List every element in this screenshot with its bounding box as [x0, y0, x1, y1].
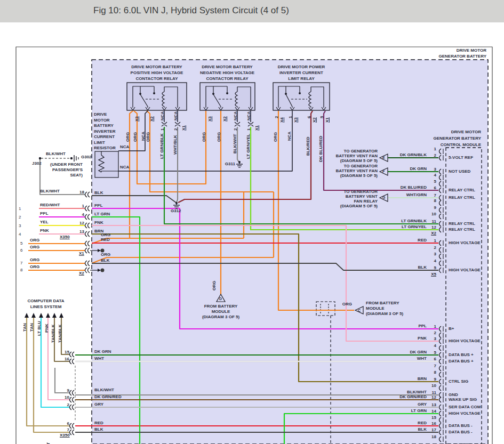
connector-cup-icon	[88, 248, 90, 253]
connector-cup-icon	[73, 423, 75, 429]
data-line-arrow-icon	[52, 313, 57, 318]
shield-termination-icon	[101, 249, 105, 253]
connector-cup-icon	[85, 206, 87, 211]
wire-ltblu	[41, 318, 69, 407]
connector-cup-icon	[70, 430, 72, 435]
resistor-box	[95, 151, 118, 177]
wire-tan	[34, 318, 69, 432]
data-line-arrow-icon	[39, 313, 43, 318]
circuit-diagram-canvas	[0, 0, 504, 444]
connector-cup-icon	[70, 352, 72, 357]
wire-blkwht	[40, 158, 85, 195]
connector-cup-icon	[70, 423, 72, 429]
connector-cup-icon	[70, 397, 72, 402]
connector-cup-icon	[85, 223, 87, 228]
connector-cup-icon	[85, 231, 87, 237]
wire-blkwht	[55, 368, 69, 393]
connector-cup-icon	[88, 268, 90, 273]
connector-cup-icon	[70, 405, 72, 410]
relay-switch-contact-dot	[299, 92, 301, 94]
connector-cup-icon	[85, 241, 87, 246]
connector-cup-icon	[88, 223, 90, 228]
connector-cup-icon	[88, 206, 90, 211]
connector-cup-icon	[73, 430, 75, 435]
connector-cup-icon	[85, 192, 87, 197]
data-line-arrow-icon	[31, 313, 36, 318]
relay-switch-contact-dot	[153, 92, 155, 94]
connector-cup-icon	[85, 268, 87, 273]
connector-cup-icon	[73, 397, 75, 402]
connector-cup-icon	[88, 261, 90, 266]
connector-cup-icon	[88, 241, 90, 246]
wiring-diagram-page: Fig 10: 6.0L VIN J, Hybrid System Circui…	[0, 0, 504, 444]
relay-switch-contact-dot	[226, 92, 228, 94]
connector-cup-icon	[73, 352, 75, 357]
connector-cup-icon	[88, 192, 90, 197]
connector-cup-icon	[88, 214, 90, 220]
connector-cup-icon	[85, 248, 87, 253]
shield-termination-icon	[101, 269, 105, 272]
wire-tanblk-stripe	[61, 318, 69, 354]
wire-pnk	[48, 318, 69, 400]
connector-cup-icon	[88, 231, 90, 237]
connector-cup-icon	[85, 214, 87, 220]
connector-cup-icon	[73, 405, 75, 410]
battery-boundary-fill	[92, 60, 488, 444]
connector-cup-icon	[70, 390, 72, 395]
data-line-arrow-icon	[46, 313, 50, 318]
connector-cup-icon	[73, 390, 75, 395]
data-line-arrow-icon	[59, 313, 63, 318]
connector-cup-icon	[70, 359, 72, 364]
connector-cup-icon	[85, 261, 87, 266]
data-line-arrow-icon	[25, 313, 29, 318]
connector-cup-icon	[73, 359, 75, 364]
splice-dot-j302	[39, 157, 41, 159]
splice-dot-g302	[70, 157, 73, 159]
wire-tanblk	[61, 318, 69, 354]
